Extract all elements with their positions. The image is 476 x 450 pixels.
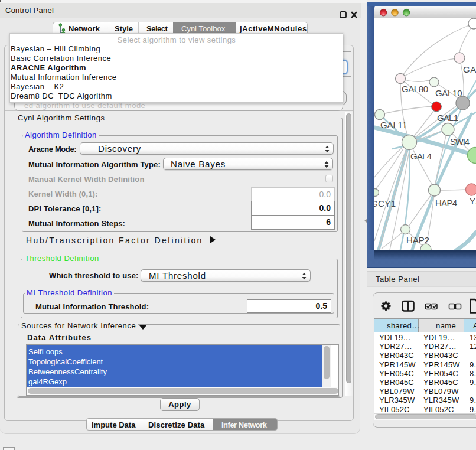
svg-text:GAL11: GAL11 [380, 120, 407, 130]
svg-text:YJ: YJ [470, 196, 476, 206]
svg-text:GAL10: GAL10 [435, 88, 462, 98]
svg-text:SWI4: SWI4 [450, 136, 470, 146]
svg-text:HAP2: HAP2 [406, 235, 429, 245]
svg-text:GCY1: GCY1 [374, 198, 396, 208]
svg-text:GAL4: GAL4 [410, 151, 432, 161]
svg-text:HAP4: HAP4 [435, 198, 457, 208]
svg-text:GAL80: GAL80 [402, 84, 428, 94]
svg-text:GAL1: GAL1 [437, 113, 458, 123]
svg-text:GAL7: GAL7 [463, 64, 476, 74]
